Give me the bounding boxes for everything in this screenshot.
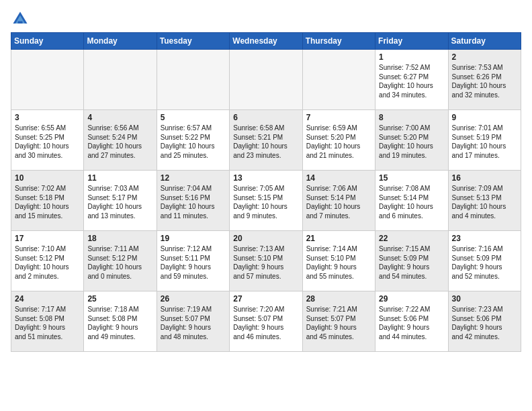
header-row: SundayMondayTuesdayWednesdayThursdayFrid… [11, 33, 521, 50]
calendar-body: 1Sunrise: 7:52 AM Sunset: 6:27 PM Daylig… [11, 50, 521, 352]
calendar-cell [11, 50, 84, 110]
day-number: 6 [233, 113, 298, 122]
page: SundayMondayTuesdayWednesdayThursdayFrid… [0, 0, 532, 411]
week-row-5: 24Sunrise: 7:17 AM Sunset: 5:08 PM Dayli… [11, 291, 521, 352]
day-number: 12 [161, 173, 226, 183]
calendar-cell: 26Sunrise: 7:19 AM Sunset: 5:07 PM Dayli… [157, 291, 229, 352]
calendar-cell [230, 50, 302, 110]
day-info: Sunrise: 6:58 AM Sunset: 5:21 PM Dayligh… [233, 124, 298, 160]
day-number: 13 [233, 173, 298, 183]
day-info: Sunrise: 7:02 AM Sunset: 5:18 PM Dayligh… [15, 184, 80, 220]
calendar-cell: 12Sunrise: 7:04 AM Sunset: 5:16 PM Dayli… [157, 171, 229, 231]
day-info: Sunrise: 7:04 AM Sunset: 5:16 PM Dayligh… [161, 184, 226, 220]
day-number: 23 [452, 234, 517, 243]
day-number: 21 [306, 234, 371, 243]
day-info: Sunrise: 6:55 AM Sunset: 5:25 PM Dayligh… [15, 124, 80, 160]
day-header-monday: Monday [84, 33, 157, 50]
day-header-saturday: Saturday [448, 33, 521, 50]
day-header-sunday: Sunday [11, 33, 84, 50]
day-info: Sunrise: 7:06 AM Sunset: 5:14 PM Dayligh… [306, 184, 371, 220]
day-info: Sunrise: 6:56 AM Sunset: 5:24 PM Dayligh… [87, 124, 152, 160]
day-info: Sunrise: 7:08 AM Sunset: 5:14 PM Dayligh… [379, 184, 444, 220]
day-info: Sunrise: 6:59 AM Sunset: 5:20 PM Dayligh… [306, 124, 371, 160]
day-number: 16 [452, 173, 517, 183]
day-number: 9 [452, 113, 517, 122]
day-info: Sunrise: 7:05 AM Sunset: 5:15 PM Dayligh… [233, 184, 298, 220]
day-info: Sunrise: 7:53 AM Sunset: 6:26 PM Dayligh… [452, 63, 517, 99]
day-number: 2 [452, 52, 517, 62]
calendar-cell: 14Sunrise: 7:06 AM Sunset: 5:14 PM Dayli… [302, 171, 375, 231]
day-number: 30 [452, 294, 517, 304]
day-info: Sunrise: 7:03 AM Sunset: 5:17 PM Dayligh… [87, 184, 152, 220]
day-header-tuesday: Tuesday [157, 33, 229, 50]
day-number: 22 [379, 234, 444, 243]
day-number: 27 [233, 294, 298, 304]
day-number: 20 [233, 234, 298, 243]
day-number: 8 [379, 113, 444, 122]
calendar-cell: 24Sunrise: 7:17 AM Sunset: 5:08 PM Dayli… [11, 291, 84, 352]
calendar-cell: 22Sunrise: 7:15 AM Sunset: 5:09 PM Dayli… [375, 231, 448, 291]
calendar-cell: 18Sunrise: 7:11 AM Sunset: 5:12 PM Dayli… [84, 231, 157, 291]
calendar-cell: 25Sunrise: 7:18 AM Sunset: 5:08 PM Dayli… [84, 291, 157, 352]
week-row-1: 1Sunrise: 7:52 AM Sunset: 6:27 PM Daylig… [11, 50, 521, 110]
calendar-cell [84, 50, 157, 110]
day-info: Sunrise: 7:01 AM Sunset: 5:19 PM Dayligh… [452, 124, 517, 160]
day-number: 17 [15, 234, 80, 243]
calendar-cell [302, 50, 375, 110]
day-number: 29 [379, 294, 444, 304]
calendar-cell: 19Sunrise: 7:12 AM Sunset: 5:11 PM Dayli… [157, 231, 229, 291]
day-info: Sunrise: 7:09 AM Sunset: 5:13 PM Dayligh… [452, 184, 517, 220]
header [11, 7, 521, 28]
calendar-cell: 13Sunrise: 7:05 AM Sunset: 5:15 PM Dayli… [230, 171, 302, 231]
calendar-cell: 9Sunrise: 7:01 AM Sunset: 5:19 PM Daylig… [448, 110, 521, 171]
day-header-friday: Friday [375, 33, 448, 50]
calendar-cell: 8Sunrise: 7:00 AM Sunset: 5:20 PM Daylig… [375, 110, 448, 171]
day-number: 10 [15, 173, 80, 183]
logo-icon [11, 9, 30, 28]
day-info: Sunrise: 6:57 AM Sunset: 5:22 PM Dayligh… [161, 124, 226, 160]
svg-rect-2 [18, 21, 23, 24]
logo [11, 9, 32, 28]
day-number: 4 [87, 113, 152, 122]
week-row-4: 17Sunrise: 7:10 AM Sunset: 5:12 PM Dayli… [11, 231, 521, 291]
day-number: 26 [161, 294, 226, 304]
day-info: Sunrise: 7:10 AM Sunset: 5:12 PM Dayligh… [15, 244, 80, 281]
day-number: 7 [306, 113, 371, 122]
calendar-cell: 3Sunrise: 6:55 AM Sunset: 5:25 PM Daylig… [11, 110, 84, 171]
calendar-cell: 6Sunrise: 6:58 AM Sunset: 5:21 PM Daylig… [230, 110, 302, 171]
day-info: Sunrise: 7:21 AM Sunset: 5:07 PM Dayligh… [306, 305, 371, 341]
day-info: Sunrise: 7:17 AM Sunset: 5:08 PM Dayligh… [15, 305, 80, 341]
calendar-cell: 21Sunrise: 7:14 AM Sunset: 5:10 PM Dayli… [302, 231, 375, 291]
calendar-cell: 20Sunrise: 7:13 AM Sunset: 5:10 PM Dayli… [230, 231, 302, 291]
calendar-cell: 30Sunrise: 7:23 AM Sunset: 5:06 PM Dayli… [448, 291, 521, 352]
calendar-cell: 10Sunrise: 7:02 AM Sunset: 5:18 PM Dayli… [11, 171, 84, 231]
day-info: Sunrise: 7:18 AM Sunset: 5:08 PM Dayligh… [87, 305, 152, 341]
day-number: 5 [161, 113, 226, 122]
day-number: 24 [15, 294, 80, 304]
day-number: 14 [306, 173, 371, 183]
week-row-3: 10Sunrise: 7:02 AM Sunset: 5:18 PM Dayli… [11, 171, 521, 231]
calendar-cell: 1Sunrise: 7:52 AM Sunset: 6:27 PM Daylig… [375, 50, 448, 110]
day-info: Sunrise: 7:15 AM Sunset: 5:09 PM Dayligh… [379, 244, 444, 281]
day-number: 11 [87, 173, 152, 183]
day-number: 28 [306, 294, 371, 304]
day-number: 19 [161, 234, 226, 243]
day-number: 3 [15, 113, 80, 122]
day-header-wednesday: Wednesday [230, 33, 302, 50]
day-info: Sunrise: 7:00 AM Sunset: 5:20 PM Dayligh… [379, 124, 444, 160]
calendar-cell: 27Sunrise: 7:20 AM Sunset: 5:07 PM Dayli… [230, 291, 302, 352]
calendar-cell: 15Sunrise: 7:08 AM Sunset: 5:14 PM Dayli… [375, 171, 448, 231]
day-info: Sunrise: 7:19 AM Sunset: 5:07 PM Dayligh… [161, 305, 226, 341]
calendar-header: SundayMondayTuesdayWednesdayThursdayFrid… [11, 33, 521, 50]
day-info: Sunrise: 7:20 AM Sunset: 5:07 PM Dayligh… [233, 305, 298, 341]
day-info: Sunrise: 7:52 AM Sunset: 6:27 PM Dayligh… [379, 63, 444, 99]
calendar-cell: 4Sunrise: 6:56 AM Sunset: 5:24 PM Daylig… [84, 110, 157, 171]
day-info: Sunrise: 7:13 AM Sunset: 5:10 PM Dayligh… [233, 244, 298, 281]
calendar-cell: 2Sunrise: 7:53 AM Sunset: 6:26 PM Daylig… [448, 50, 521, 110]
calendar-cell: 5Sunrise: 6:57 AM Sunset: 5:22 PM Daylig… [157, 110, 229, 171]
calendar-cell: 23Sunrise: 7:16 AM Sunset: 5:09 PM Dayli… [448, 231, 521, 291]
day-info: Sunrise: 7:11 AM Sunset: 5:12 PM Dayligh… [87, 244, 152, 281]
calendar-cell: 11Sunrise: 7:03 AM Sunset: 5:17 PM Dayli… [84, 171, 157, 231]
calendar-table: SundayMondayTuesdayWednesdayThursdayFrid… [11, 32, 521, 352]
calendar-cell: 17Sunrise: 7:10 AM Sunset: 5:12 PM Dayli… [11, 231, 84, 291]
